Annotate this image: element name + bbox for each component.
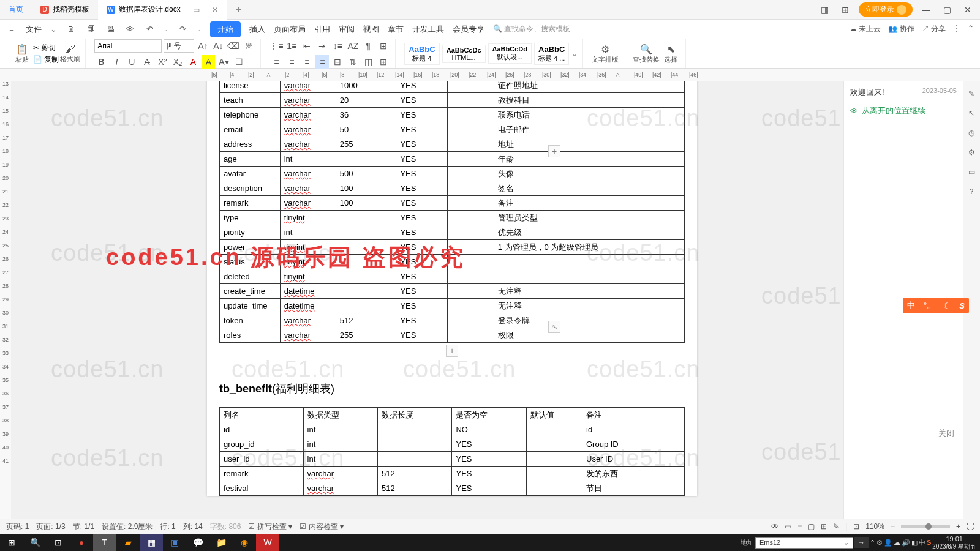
- distribute-icon[interactable]: ⊟: [331, 55, 344, 69]
- table-cell[interactable]: roles: [220, 328, 281, 343]
- table-cell[interactable]: YES: [396, 181, 447, 196]
- align-left-icon[interactable]: ≡: [270, 55, 283, 69]
- ime-zh-icon[interactable]: 中: [919, 538, 925, 547]
- table-cell[interactable]: festival: [220, 481, 304, 496]
- table-cell[interactable]: [336, 225, 396, 240]
- gear-icon[interactable]: ⚙: [968, 148, 975, 157]
- grid-icon[interactable]: ⊞: [838, 5, 853, 15]
- table-cell[interactable]: varchar: [303, 481, 377, 496]
- view3-icon[interactable]: ▢: [808, 522, 815, 531]
- tab-template[interactable]: D找稻壳模板: [32, 0, 98, 20]
- read-mode-icon[interactable]: 👁: [771, 522, 778, 531]
- table-cell[interactable]: 255: [336, 137, 396, 152]
- preview-icon[interactable]: 👁: [124, 24, 135, 35]
- panel-close-button[interactable]: 关闭: [938, 428, 954, 439]
- table-cell[interactable]: 联系电话: [494, 108, 684, 122]
- subscript-icon[interactable]: X₂: [171, 55, 184, 69]
- table-cell[interactable]: YES: [452, 467, 526, 481]
- table-header-cell[interactable]: 数据长度: [378, 408, 452, 422]
- fullscreen-icon[interactable]: ⛶: [967, 522, 974, 531]
- cut-button[interactable]: ✂ 剪切: [33, 43, 59, 53]
- tabs-icon[interactable]: ⊞: [377, 39, 390, 53]
- table-cell[interactable]: description: [220, 181, 281, 196]
- menu-view[interactable]: 视图: [363, 24, 379, 35]
- zoom-out-icon[interactable]: −: [891, 522, 895, 531]
- layout-icon[interactable]: ▥: [817, 5, 832, 15]
- table-cell[interactable]: [447, 108, 494, 122]
- table-cell[interactable]: [336, 211, 396, 225]
- wechat-icon[interactable]: 💬: [186, 534, 209, 551]
- table-cell[interactable]: remark: [220, 467, 304, 481]
- table-cell[interactable]: varchar: [280, 108, 336, 122]
- sublime-icon[interactable]: ▰: [116, 534, 140, 551]
- start-button[interactable]: ⊞: [0, 534, 23, 551]
- app-icon[interactable]: T: [93, 534, 116, 551]
- table-cell[interactable]: group_id: [220, 437, 304, 452]
- table-cell[interactable]: [526, 422, 582, 437]
- table-cell[interactable]: int: [280, 152, 336, 167]
- status-section[interactable]: 节: 1/1: [73, 522, 94, 532]
- table-cell[interactable]: 管理员类型: [494, 211, 684, 225]
- menu-chapter[interactable]: 章节: [388, 24, 404, 35]
- table-cell[interactable]: int: [303, 422, 377, 437]
- clock-time[interactable]: 19:01: [932, 535, 976, 542]
- sort-icon[interactable]: AZ: [346, 39, 360, 53]
- fill-color-icon[interactable]: ◫: [361, 55, 375, 69]
- table-cell[interactable]: tinyint: [280, 211, 336, 225]
- border-icon[interactable]: ☐: [232, 55, 246, 69]
- tab-document[interactable]: W数据库表设计.docx▭✕: [98, 0, 227, 20]
- table-cell[interactable]: 登录令牌: [494, 313, 684, 328]
- table-cell[interactable]: [447, 313, 494, 328]
- table-cell[interactable]: [447, 225, 494, 240]
- sogou-icon[interactable]: S: [927, 539, 931, 546]
- menu-file[interactable]: 文件: [26, 24, 42, 35]
- table-cell[interactable]: YES: [396, 225, 447, 240]
- content-check-button[interactable]: ☑ 内容检查 ▾: [300, 522, 344, 532]
- table-cell[interactable]: YES: [396, 81, 447, 93]
- table-cell[interactable]: varchar: [280, 122, 336, 137]
- table-cell[interactable]: [494, 255, 684, 269]
- table-cell[interactable]: power: [220, 240, 281, 255]
- collapse-ribbon-icon[interactable]: ⌃: [968, 24, 974, 34]
- table-cell[interactable]: piority: [220, 225, 281, 240]
- table-cell[interactable]: 头像: [494, 167, 684, 181]
- table-cell[interactable]: telephone: [220, 108, 281, 122]
- table-cell[interactable]: address: [220, 137, 281, 152]
- table-cell[interactable]: tinyint: [280, 240, 336, 255]
- table-cell[interactable]: 签名: [494, 181, 684, 196]
- table-cell[interactable]: license: [220, 81, 281, 93]
- style-default[interactable]: AaBbCcDd默认段...: [488, 43, 532, 64]
- document-page[interactable]: licensevarchar1000YES证件照地址teachvarchar20…: [207, 81, 697, 496]
- table-cell[interactable]: 年龄: [494, 152, 684, 167]
- table-cell[interactable]: int: [280, 225, 336, 240]
- table-cell[interactable]: [447, 196, 494, 211]
- chrome-icon[interactable]: ●: [70, 534, 93, 551]
- clear-format-icon[interactable]: ⌫: [227, 39, 240, 53]
- table-cell[interactable]: tinyint: [280, 269, 336, 284]
- table-cell[interactable]: type: [220, 211, 281, 225]
- table-cell[interactable]: 512: [378, 481, 452, 496]
- print-icon[interactable]: 🖶: [105, 24, 116, 35]
- table-cell[interactable]: 无注释: [494, 284, 684, 299]
- app2-icon[interactable]: ◉: [233, 534, 256, 551]
- book-icon[interactable]: ▭: [968, 168, 975, 176]
- menu-insert[interactable]: 插入: [249, 24, 265, 35]
- table-2[interactable]: 列名数据类型数据长度是否为空默认值备注idintNOidgroup_idintY…: [219, 407, 685, 496]
- copy-button[interactable]: 📄 复制: [33, 54, 59, 65]
- table-cell[interactable]: YES: [396, 255, 447, 269]
- menu-ref[interactable]: 引用: [314, 24, 330, 35]
- zoom-level[interactable]: 110%: [865, 522, 884, 531]
- vertical-ruler[interactable]: 1314151617181920212223242526272829303132…: [0, 81, 11, 525]
- underline-icon[interactable]: U: [125, 55, 138, 69]
- table-cell[interactable]: update_time: [220, 299, 281, 313]
- align-justify-icon[interactable]: ≡: [315, 55, 329, 69]
- table-cell[interactable]: [494, 269, 684, 284]
- select-button[interactable]: ⬉选择: [661, 42, 680, 66]
- zoom-in-icon[interactable]: +: [956, 522, 960, 531]
- pencil-icon[interactable]: ✎: [968, 89, 974, 98]
- table-cell[interactable]: [447, 211, 494, 225]
- zoom-slider[interactable]: [901, 525, 950, 528]
- clock-icon[interactable]: ◷: [968, 129, 974, 137]
- table-cell[interactable]: YES: [452, 437, 526, 452]
- close-window-icon[interactable]: ✕: [960, 5, 975, 15]
